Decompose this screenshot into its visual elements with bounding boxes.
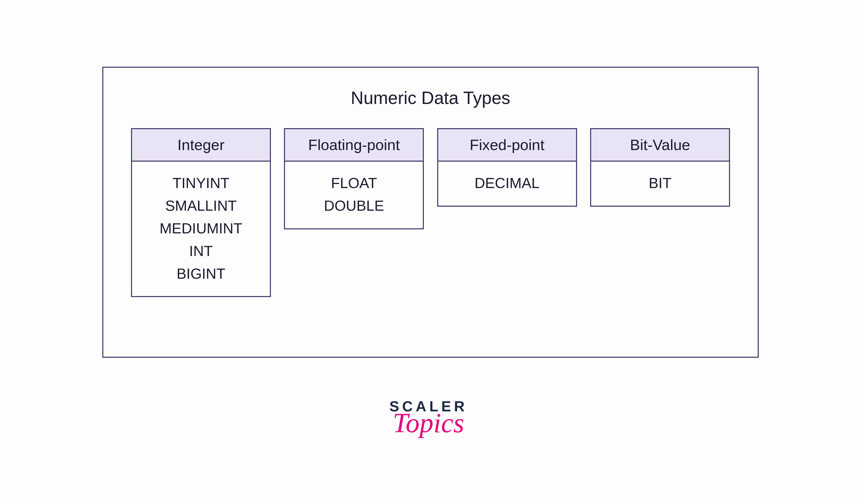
column-fixed-point: Fixed-point DECIMAL bbox=[437, 128, 577, 207]
column-floating-point: Floating-point FLOAT DOUBLE bbox=[284, 128, 424, 229]
type-item: DECIMAL bbox=[438, 172, 576, 194]
brand-logo: SCALER Topics bbox=[389, 398, 467, 439]
columns-row: Integer TINYINT SMALLINT MEDIUMINT INT B… bbox=[103, 128, 758, 297]
type-item: INT bbox=[132, 240, 270, 262]
column-body: TINYINT SMALLINT MEDIUMINT INT BIGINT bbox=[132, 162, 270, 296]
column-header: Fixed-point bbox=[438, 129, 576, 162]
column-integer: Integer TINYINT SMALLINT MEDIUMINT INT B… bbox=[131, 128, 271, 297]
column-bit-value: Bit-Value BIT bbox=[590, 128, 730, 207]
diagram-title: Numeric Data Types bbox=[103, 88, 758, 108]
type-item: BIT bbox=[591, 172, 729, 194]
type-item: MEDIUMINT bbox=[132, 217, 270, 240]
type-item: DOUBLE bbox=[285, 194, 423, 217]
type-item: SMALLINT bbox=[132, 194, 270, 217]
type-item: BIGINT bbox=[132, 262, 270, 285]
column-body: DECIMAL bbox=[438, 162, 576, 206]
type-item: FLOAT bbox=[285, 172, 423, 194]
column-header: Floating-point bbox=[285, 129, 423, 162]
column-header: Integer bbox=[132, 129, 270, 162]
diagram-container: Numeric Data Types Integer TINYINT SMALL… bbox=[102, 67, 759, 358]
type-item: TINYINT bbox=[132, 172, 270, 194]
column-body: BIT bbox=[591, 162, 729, 206]
column-header: Bit-Value bbox=[591, 129, 729, 162]
column-body: FLOAT DOUBLE bbox=[285, 162, 423, 228]
brand-subtitle: Topics bbox=[389, 407, 467, 439]
